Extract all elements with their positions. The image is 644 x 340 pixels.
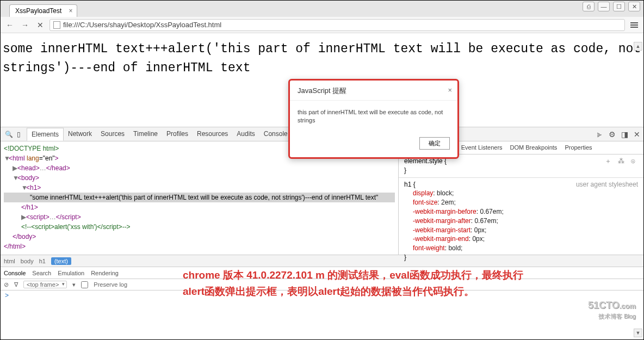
crumb-text[interactable]: (text)	[51, 257, 71, 265]
tab-close-icon[interactable]: ×	[69, 7, 72, 15]
inspect-icon[interactable]: 🔍	[4, 131, 14, 138]
devtools-close-icon[interactable]: ✕	[634, 130, 640, 139]
minimize-button[interactable]: —	[598, 2, 610, 11]
console-prompt: >	[5, 292, 9, 299]
annotation-text: chrome 版本 41.0.2272.101 m 的测试结果，eval函数成功…	[183, 267, 542, 300]
drawer-tab-rendering[interactable]: Rendering	[91, 270, 119, 276]
alert-ok-button[interactable]: 确定	[419, 137, 450, 150]
frame-selector[interactable]: <top frame>	[23, 281, 67, 288]
device-icon[interactable]: ▯	[14, 131, 23, 138]
page-heading-text: some innerHTML text+++alert('this part o…	[3, 40, 641, 77]
scroll-down-icon[interactable]: ▼	[634, 329, 642, 337]
frame-caret-icon[interactable]: ▾	[72, 281, 76, 288]
crumb-html[interactable]: html	[4, 258, 15, 264]
devtools-tab-console[interactable]: Console	[259, 128, 292, 140]
back-button[interactable]: ←	[4, 19, 16, 31]
file-icon	[53, 21, 60, 29]
preserve-log-checkbox[interactable]	[81, 281, 88, 288]
watermark: 51CTO.com 技术博客 Blog	[588, 300, 636, 320]
styles-tab-properties[interactable]: Properties	[565, 144, 592, 152]
tab-title: XssPayloadTest	[15, 7, 61, 15]
alert-message: this part of innerHTML text will be exec…	[290, 101, 457, 133]
scroll-up-icon[interactable]: ▲	[634, 42, 642, 51]
browser-tab[interactable]: XssPayloadTest ×	[9, 4, 77, 17]
close-window-button[interactable]: ✕	[628, 2, 640, 11]
crumb-body[interactable]: body	[21, 258, 34, 264]
drawer-tab-emulation[interactable]: Emulation	[58, 270, 84, 276]
alert-title: JavaScript 提醒	[298, 86, 346, 95]
styles-tab-event-listeners[interactable]: Event Listeners	[461, 144, 503, 152]
styles-tab-dom-breakpoints[interactable]: DOM Breakpoints	[510, 144, 558, 152]
filter-icon[interactable]: ∇	[14, 281, 18, 288]
devtools-tab-network[interactable]: Network	[64, 128, 96, 140]
address-bar: ← → ✕ file:///C:/Users/shayi/Desktop/Xss…	[1, 17, 643, 33]
preserve-log-label: Preserve log	[94, 281, 127, 288]
drawer-tab-search[interactable]: Search	[32, 270, 51, 276]
hamburger-menu-icon[interactable]	[628, 19, 640, 31]
crumb-h1[interactable]: h1	[39, 258, 46, 264]
devtools-tab-audits[interactable]: Audits	[232, 128, 259, 140]
alert-close-icon[interactable]: ×	[448, 86, 452, 94]
reload-button[interactable]: ✕	[34, 19, 46, 31]
clear-console-icon[interactable]: ⊘	[4, 281, 9, 288]
url-text: file:///C:/Users/shayi/Desktop/XssPayloa…	[63, 21, 221, 29]
url-input[interactable]: file:///C:/Users/shayi/Desktop/XssPayloa…	[49, 19, 625, 31]
gear-icon[interactable]: ⚙	[609, 130, 616, 139]
maximize-button[interactable]: ☐	[613, 2, 625, 11]
devtools-tab-elements[interactable]: Elements	[27, 128, 64, 141]
devtools-tab-profiles[interactable]: Profiles	[162, 128, 193, 140]
devtools-tab-resources[interactable]: Resources	[193, 128, 232, 140]
devtools-tab-sources[interactable]: Sources	[96, 128, 129, 140]
dock-icon[interactable]: ◨	[621, 130, 628, 139]
drawer-tab-console[interactable]: Console	[4, 270, 26, 276]
window-controls: ⎙ — ☐ ✕	[583, 2, 640, 11]
browser-tab-bar: XssPayloadTest ×	[1, 1, 643, 17]
devtools-tab-timeline[interactable]: Timeline	[129, 128, 162, 140]
js-alert-dialog: JavaScript 提醒 × this part of innerHTML t…	[288, 79, 459, 159]
forward-button[interactable]: →	[19, 19, 31, 31]
toggle-drawer-icon[interactable]: ⪢	[596, 130, 603, 139]
win-user-icon[interactable]: ⎙	[583, 2, 595, 11]
